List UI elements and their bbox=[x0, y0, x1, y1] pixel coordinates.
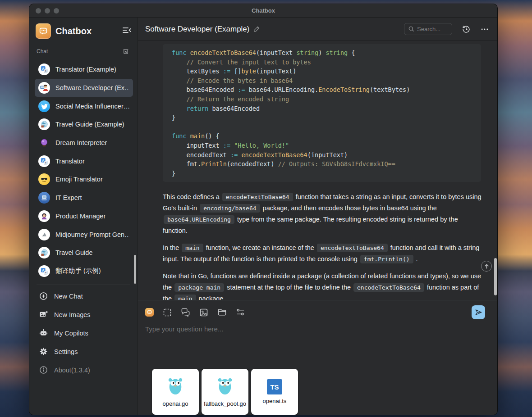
menu-label: Settings bbox=[54, 348, 78, 355]
inline-code: main bbox=[174, 295, 196, 300]
message-paragraph: This code defines a encodeTextToBase64 f… bbox=[163, 191, 482, 236]
chat-label: Dream Interpreter bbox=[55, 139, 107, 146]
inline-code: fmt.Println() bbox=[360, 255, 413, 263]
menu-label: About(1.3.4) bbox=[54, 367, 90, 374]
quote-icon[interactable] bbox=[181, 308, 190, 317]
send-button[interactable] bbox=[472, 305, 485, 319]
message-input[interactable]: Type your question here... bbox=[145, 325, 490, 333]
sidebar-chat-item[interactable]: Aa Translator bbox=[35, 152, 133, 170]
settings-sliders-icon[interactable] bbox=[236, 308, 245, 317]
edit-title-icon[interactable] bbox=[253, 25, 261, 33]
app-name: Chatbox bbox=[55, 26, 123, 36]
code-line: func main() { bbox=[172, 131, 472, 141]
code-line bbox=[172, 122, 472, 132]
chat-label: Translator (Example) bbox=[55, 66, 116, 73]
plus-circle-icon bbox=[39, 292, 48, 300]
sunglasses-emoji bbox=[38, 173, 50, 185]
sidebar-chat-item[interactable]: Emoji Translator bbox=[35, 170, 133, 189]
history-button[interactable] bbox=[461, 24, 471, 34]
globe-map-emoji bbox=[38, 247, 50, 258]
code-line: return base64Encoded bbox=[172, 104, 472, 113]
sidebar-chat-item[interactable]: Social Media Influencer… bbox=[35, 97, 133, 115]
about-button[interactable]: About(1.3.4) bbox=[35, 361, 133, 379]
sidebar-chat-item-selected[interactable]: Software Developer (Ex… bbox=[35, 79, 133, 97]
image-plus-icon bbox=[39, 310, 48, 319]
code-line: fmt.Println(encodedText) // Outputs: SGV… bbox=[172, 159, 472, 169]
sidebar-chat-item[interactable]: Dream Interpreter bbox=[35, 134, 133, 152]
more-options-button[interactable] bbox=[480, 25, 489, 34]
sidebar-chat-item[interactable]: Aa Translator (Example) bbox=[35, 60, 133, 79]
attach-folder-icon[interactable] bbox=[217, 308, 227, 317]
window-title: Chatbox bbox=[29, 7, 497, 14]
inline-code: package main bbox=[174, 283, 224, 292]
sidebar-chat-item[interactable]: IT Expert bbox=[35, 189, 133, 207]
assistant-message-text: This code defines a encodeTextToBase64 f… bbox=[163, 191, 482, 300]
sidebar-chat-item[interactable]: Travel Guide bbox=[35, 244, 133, 262]
scroll-to-top-button[interactable] bbox=[481, 261, 492, 272]
translator-emoji: Aa bbox=[38, 63, 50, 75]
message-list[interactable]: func encodeTextToBase64(inputText string… bbox=[138, 41, 497, 300]
sidebar-scrollbar[interactable] bbox=[134, 255, 136, 284]
chat-label: Emoji Translator bbox=[55, 176, 103, 183]
translator-emoji: Aa bbox=[38, 265, 50, 277]
window-titlebar: Chatbox bbox=[29, 4, 497, 18]
new-chat-button[interactable]: New Chat bbox=[35, 287, 133, 305]
inline-code: encodeTextToBase64 bbox=[222, 193, 293, 201]
sidebar-chat-item[interactable]: Aa 翻译助手 (示例) bbox=[35, 262, 133, 281]
code-line: func encodeTextToBase64(inputText string… bbox=[172, 48, 472, 58]
code-line: } bbox=[172, 113, 472, 122]
screenshot-select-icon[interactable] bbox=[163, 308, 172, 317]
chatbox-app-window: Chatbox Chatbox Chat Aa bbox=[29, 4, 498, 415]
sidebar-divider bbox=[37, 285, 130, 285]
message-paragraph: Note that in Go, functions are defined i… bbox=[163, 271, 482, 300]
clear-conversations-icon[interactable] bbox=[122, 48, 129, 55]
translator-emoji: Aa bbox=[38, 155, 50, 167]
twitter-bird-icon bbox=[38, 100, 50, 112]
attachment-card[interactable]: TS openai.ts bbox=[251, 369, 298, 415]
sidebar-chat-item[interactable]: Travel Guide (Example) bbox=[35, 115, 133, 134]
inline-code: base64.URLEncoding bbox=[164, 215, 234, 224]
attachment-card[interactable]: openai.go bbox=[152, 369, 199, 415]
code-line: // Return the encoded string bbox=[172, 95, 472, 104]
gear-icon bbox=[39, 347, 48, 356]
chat-label: Social Media Influencer… bbox=[55, 103, 129, 110]
sidebar-menu: New Chat New Images My Copilots Settings… bbox=[29, 286, 138, 379]
chat-label: 翻译助手 (示例) bbox=[55, 267, 101, 275]
chat-label: Midjourney Prompt Gen… bbox=[55, 231, 129, 238]
code-line: // Convert the input text to bytes bbox=[172, 58, 472, 67]
code-line: base64Encoded := base64.URLEncoding.Enco… bbox=[172, 85, 472, 95]
globe-map-emoji bbox=[38, 118, 50, 130]
sidebar-chat-item[interactable]: Midjourney Prompt Gen… bbox=[35, 225, 133, 244]
code-block: func encodeTextToBase64(inputText string… bbox=[163, 44, 481, 182]
go-gopher-icon bbox=[216, 376, 234, 397]
search-input[interactable] bbox=[417, 26, 449, 32]
my-copilots-button[interactable]: My Copilots bbox=[35, 324, 133, 342]
attachment-name: openai.ts bbox=[263, 398, 287, 404]
code-line: encodedText := encodeTextToBase64(inputT… bbox=[172, 150, 472, 160]
attachment-list: openai.go fallback_pool.go TS openai.ts bbox=[152, 369, 490, 415]
inline-code: main bbox=[182, 244, 203, 252]
sidebar: Chatbox Chat Aa Translator (Example) bbox=[29, 18, 138, 415]
woman-emoji bbox=[38, 210, 50, 222]
search-box[interactable] bbox=[404, 23, 452, 35]
inline-code: encodeTextToBase64 bbox=[317, 244, 388, 252]
insert-image-icon[interactable] bbox=[199, 308, 208, 317]
chat-label: IT Expert bbox=[55, 194, 82, 201]
collapse-sidebar-icon[interactable] bbox=[123, 27, 131, 36]
menu-label: My Copilots bbox=[54, 330, 88, 337]
chat-label: Travel Guide bbox=[55, 249, 92, 256]
chatbox-model-selector-icon[interactable] bbox=[145, 308, 154, 317]
input-toolbar bbox=[145, 305, 490, 319]
go-gopher-icon bbox=[167, 376, 184, 397]
code-line: textBytes := []byte(inputText) bbox=[172, 67, 472, 76]
sidebar-chat-item[interactable]: Product Manager bbox=[35, 207, 133, 226]
new-images-button[interactable]: New Images bbox=[35, 305, 133, 324]
code-line: // Encode the bytes in base64 bbox=[172, 76, 472, 86]
code-line: } bbox=[172, 169, 472, 178]
info-icon bbox=[39, 366, 48, 374]
messages-scrollbar[interactable] bbox=[494, 258, 497, 295]
settings-button[interactable]: Settings bbox=[35, 342, 133, 361]
robot-icon bbox=[39, 329, 48, 337]
input-area: Type your question here... openai.go fal… bbox=[138, 300, 497, 415]
attachment-card[interactable]: fallback_pool.go bbox=[202, 369, 248, 415]
